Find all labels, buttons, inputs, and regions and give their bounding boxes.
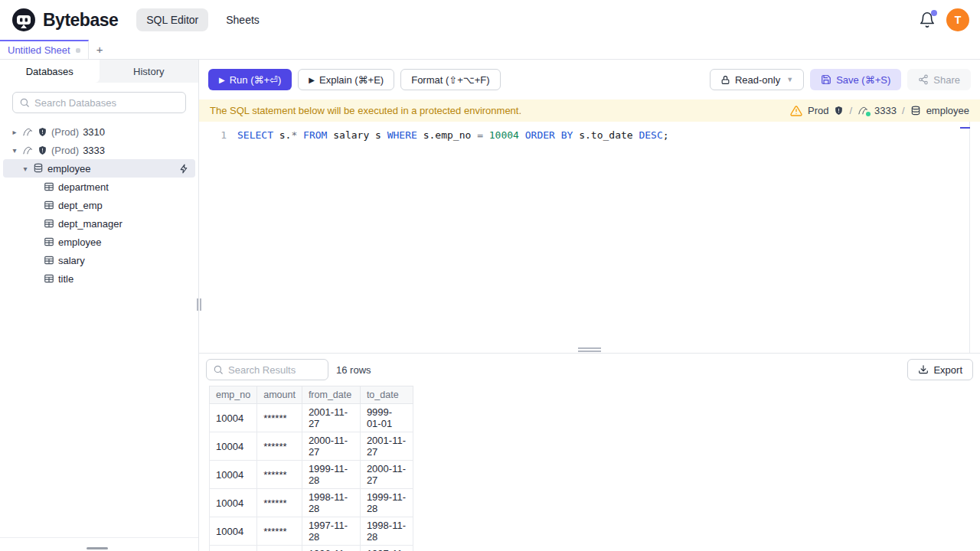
chevron-down-icon[interactable]: ▾ — [11, 146, 18, 155]
save-button[interactable]: Save (⌘+S) — [810, 69, 901, 90]
tree-item-department[interactable]: department — [3, 178, 195, 196]
tree-item-3333[interactable]: ▾(Prod)3333 — [3, 141, 195, 159]
sql-token-operator: = — [477, 129, 483, 141]
sql-editor[interactable]: 1 SELECT s.* FROM salary s WHERE s.emp_n… — [199, 122, 980, 353]
cell-amount: ****** — [257, 461, 302, 489]
instance-name: 3333 — [83, 145, 105, 156]
connection-status-dot — [866, 112, 871, 116]
sidebar-hscrollbar[interactable] — [87, 547, 108, 549]
table-icon — [44, 236, 54, 247]
environment-label: Prod — [808, 105, 828, 116]
sidebar-resize-handle[interactable] — [197, 298, 201, 311]
warning-icon — [790, 105, 802, 117]
share-button[interactable]: Share — [907, 69, 971, 90]
sidebar-tabs: Databases History — [0, 60, 198, 83]
mysql-icon — [858, 106, 869, 116]
cell-amount: ****** — [257, 489, 302, 517]
play-icon: ▶ — [219, 76, 225, 84]
sidebar: Databases History ▸(Prod)3310▾(Prod)3333… — [0, 60, 199, 551]
chevron-down-icon: ▼ — [786, 76, 793, 83]
cell-from_date: 2000-11-27 — [302, 432, 360, 461]
table-row[interactable]: 10004******1999-11-282000-11-27 — [210, 461, 413, 489]
results-body: 10004******2001-11-279999-01-0110004****… — [210, 404, 413, 551]
table-row[interactable]: 10004******1997-11-281998-11-28 — [210, 517, 413, 546]
cell-amount: ****** — [257, 432, 302, 461]
database-tree: ▸(Prod)3310▾(Prod)3333▾employeedepartmen… — [0, 119, 198, 551]
bytebase-logo-icon — [11, 7, 37, 33]
tree-item-employee[interactable]: ▾employee — [3, 159, 195, 178]
sql-token-ident: s.to_date — [573, 129, 639, 141]
database-search-input[interactable] — [34, 97, 179, 109]
table-row[interactable]: 10004******1996-11-281997-11-28 — [210, 546, 413, 551]
play-icon: ▶ — [309, 76, 315, 84]
column-header-amount[interactable]: amount — [257, 386, 302, 404]
results-search-input[interactable] — [228, 364, 322, 376]
main-panel: ▶ Run (⌘+⏎) ▶ Explain (⌘+E) Format (⇧+⌥+… — [199, 60, 980, 551]
cell-to_date: 1998-11-28 — [360, 517, 413, 546]
tree-item-dept_manager[interactable]: dept_manager — [3, 214, 195, 233]
tree-item-3310[interactable]: ▸(Prod)3310 — [3, 122, 195, 141]
code-line[interactable]: 1 SELECT s.* FROM salary s WHERE s.emp_n… — [199, 122, 980, 142]
table-name: department — [58, 181, 109, 193]
results-search[interactable] — [206, 359, 328, 380]
connect-bolt-icon[interactable] — [179, 164, 189, 174]
table-row[interactable]: 10004******2000-11-272001-11-27 — [210, 432, 413, 461]
table-name: salary — [58, 255, 85, 266]
brand-name: Bytebase — [43, 10, 118, 31]
avatar[interactable]: T — [946, 8, 969, 31]
sql-code[interactable]: SELECT s.* FROM salary s WHERE s.emp_no … — [237, 128, 669, 142]
column-header-emp_no[interactable]: emp_no — [210, 386, 257, 404]
nav-sheets[interactable]: Sheets — [216, 8, 270, 31]
cell-from_date: 1998-11-28 — [302, 489, 360, 517]
tab-databases[interactable]: Databases — [0, 60, 100, 83]
chevron-down-icon[interactable]: ▾ — [21, 165, 29, 173]
explain-button[interactable]: ▶ Explain (⌘+E) — [298, 69, 394, 90]
tree-item-employee[interactable]: employee — [3, 233, 195, 251]
sql-token-keyword: DESC — [639, 129, 662, 141]
header-right: T — [919, 8, 969, 31]
tree-item-dept_emp[interactable]: dept_emp — [3, 196, 195, 214]
brand[interactable]: Bytebase — [11, 7, 118, 33]
results-table-wrap: emp_noamountfrom_dateto_date 10004******… — [199, 386, 980, 551]
cell-amount: ****** — [257, 546, 302, 551]
cell-to_date: 2000-11-27 — [360, 461, 413, 489]
row-count: 16 rows — [336, 364, 371, 376]
notification-badge — [931, 10, 937, 16]
table-icon — [44, 200, 54, 210]
notification-bell-icon[interactable] — [919, 11, 936, 28]
results-header: 16 rows Export — [199, 354, 980, 386]
table-name: employee — [58, 236, 101, 248]
env-label: (Prod) — [51, 145, 79, 156]
nav-sql-editor[interactable]: SQL Editor — [136, 8, 208, 31]
tab-untitled-sheet[interactable]: Untitled Sheet — [0, 40, 89, 59]
table-name: dept_emp — [58, 200, 103, 211]
download-icon — [918, 364, 929, 375]
tab-history[interactable]: History — [100, 60, 199, 83]
column-header-to_date[interactable]: to_date — [360, 386, 413, 404]
database-search[interactable] — [12, 92, 186, 113]
table-name: dept_manager — [58, 218, 122, 230]
results-resize-handle[interactable] — [578, 347, 601, 352]
chevron-right-icon[interactable]: ▸ — [11, 128, 18, 136]
instance-label[interactable]: 3333 — [874, 105, 897, 116]
export-button[interactable]: Export — [907, 359, 973, 380]
results-header-row: emp_noamountfrom_dateto_date — [210, 386, 413, 404]
shield-icon — [38, 127, 47, 137]
editor-overview-ruler[interactable] — [969, 122, 970, 353]
readonly-mode-select[interactable]: Read-only ▼ — [710, 69, 804, 90]
column-header-from_date[interactable]: from_date — [302, 386, 360, 404]
search-icon — [19, 97, 30, 108]
tree-item-salary[interactable]: salary — [3, 251, 195, 269]
tree-item-title[interactable]: title — [3, 269, 195, 288]
table-row[interactable]: 10004******1998-11-281999-11-28 — [210, 489, 413, 517]
sheet-tab-label: Untitled Sheet — [8, 44, 70, 56]
format-button[interactable]: Format (⇧+⌥+F) — [400, 69, 500, 90]
new-sheet-button[interactable]: + — [89, 40, 111, 59]
table-row[interactable]: 10004******2001-11-279999-01-01 — [210, 404, 413, 432]
sql-token-ident: s. — [273, 129, 291, 141]
cell-to_date: 2001-11-27 — [360, 432, 413, 461]
run-button[interactable]: ▶ Run (⌘+⏎) — [208, 69, 292, 90]
table-icon — [44, 218, 54, 229]
database-label[interactable]: employee — [926, 105, 969, 116]
sql-token-number: 10004 — [489, 129, 519, 141]
